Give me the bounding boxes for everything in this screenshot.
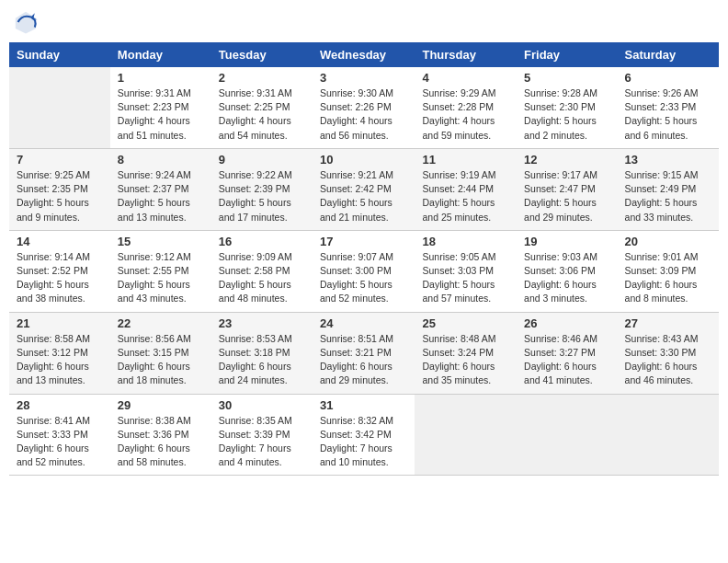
calendar-week-row: 21Sunrise: 8:58 AM Sunset: 3:12 PM Dayli… — [9, 312, 719, 394]
day-number: 2 — [219, 71, 305, 85]
calendar-cell — [618, 394, 719, 476]
calendar-cell: 30Sunrise: 8:35 AM Sunset: 3:39 PM Dayli… — [211, 394, 313, 476]
day-number: 1 — [118, 71, 204, 85]
day-number: 13 — [625, 153, 711, 167]
weekday-header-row: SundayMondayTuesdayWednesdayThursdayFrid… — [9, 42, 719, 67]
calendar-cell: 1Sunrise: 9:31 AM Sunset: 2:23 PM Daylig… — [110, 67, 211, 148]
day-info: Sunrise: 9:07 AM Sunset: 3:00 PM Dayligh… — [320, 250, 407, 306]
day-number: 23 — [219, 316, 305, 330]
day-number: 11 — [422, 153, 509, 167]
day-info: Sunrise: 9:25 AM Sunset: 2:35 PM Dayligh… — [17, 168, 103, 224]
day-info: Sunrise: 9:24 AM Sunset: 2:37 PM Dayligh… — [118, 168, 204, 224]
day-info: Sunrise: 9:17 AM Sunset: 2:47 PM Dayligh… — [524, 168, 609, 224]
calendar-cell: 20Sunrise: 9:01 AM Sunset: 3:09 PM Dayli… — [618, 230, 719, 312]
calendar-week-row: 14Sunrise: 9:14 AM Sunset: 2:52 PM Dayli… — [9, 230, 719, 312]
day-number: 20 — [625, 235, 711, 248]
day-info: Sunrise: 9:19 AM Sunset: 2:44 PM Dayligh… — [422, 168, 509, 224]
day-number: 29 — [118, 398, 204, 412]
day-number: 3 — [320, 71, 407, 85]
day-number: 17 — [320, 235, 407, 248]
day-info: Sunrise: 9:30 AM Sunset: 2:26 PM Dayligh… — [320, 86, 407, 143]
calendar-cell: 24Sunrise: 8:51 AM Sunset: 3:21 PM Dayli… — [313, 312, 415, 394]
day-info: Sunrise: 8:51 AM Sunset: 3:21 PM Dayligh… — [320, 332, 407, 388]
day-number: 6 — [625, 71, 711, 85]
weekday-header: Wednesday — [313, 42, 415, 67]
day-number: 27 — [625, 316, 711, 330]
day-info: Sunrise: 8:48 AM Sunset: 3:24 PM Dayligh… — [422, 332, 509, 388]
calendar-cell: 8Sunrise: 9:24 AM Sunset: 2:37 PM Daylig… — [110, 148, 211, 230]
calendar-cell: 21Sunrise: 8:58 AM Sunset: 3:12 PM Dayli… — [9, 312, 110, 394]
calendar-cell — [517, 394, 617, 476]
day-info: Sunrise: 8:32 AM Sunset: 3:42 PM Dayligh… — [320, 414, 407, 470]
calendar-cell: 7Sunrise: 9:25 AM Sunset: 2:35 PM Daylig… — [9, 148, 110, 230]
weekday-header: Friday — [517, 42, 617, 67]
calendar-cell — [9, 67, 110, 148]
logo — [13, 9, 42, 35]
day-info: Sunrise: 9:31 AM Sunset: 2:25 PM Dayligh… — [219, 86, 305, 143]
day-number: 10 — [320, 153, 407, 167]
day-number: 14 — [17, 235, 103, 248]
calendar-week-row: 28Sunrise: 8:41 AM Sunset: 3:33 PM Dayli… — [9, 394, 719, 476]
calendar-cell: 3Sunrise: 9:30 AM Sunset: 2:26 PM Daylig… — [313, 67, 415, 148]
day-info: Sunrise: 8:38 AM Sunset: 3:36 PM Dayligh… — [118, 414, 204, 470]
calendar-cell: 18Sunrise: 9:05 AM Sunset: 3:03 PM Dayli… — [415, 230, 517, 312]
day-info: Sunrise: 8:53 AM Sunset: 3:18 PM Dayligh… — [219, 332, 305, 388]
day-number: 21 — [17, 316, 103, 330]
day-number: 19 — [524, 235, 609, 248]
calendar-cell: 10Sunrise: 9:21 AM Sunset: 2:42 PM Dayli… — [313, 148, 415, 230]
calendar-cell — [415, 394, 517, 476]
calendar-week-row: 7Sunrise: 9:25 AM Sunset: 2:35 PM Daylig… — [9, 148, 719, 230]
weekday-header: Tuesday — [211, 42, 313, 67]
calendar-cell: 11Sunrise: 9:19 AM Sunset: 2:44 PM Dayli… — [415, 148, 517, 230]
calendar-cell: 19Sunrise: 9:03 AM Sunset: 3:06 PM Dayli… — [517, 230, 617, 312]
weekday-header: Thursday — [415, 42, 517, 67]
day-number: 28 — [17, 398, 103, 412]
day-number: 9 — [219, 153, 305, 167]
calendar-cell: 23Sunrise: 8:53 AM Sunset: 3:18 PM Dayli… — [211, 312, 313, 394]
day-info: Sunrise: 9:21 AM Sunset: 2:42 PM Dayligh… — [320, 168, 407, 224]
weekday-header: Monday — [110, 42, 211, 67]
calendar-cell: 27Sunrise: 8:43 AM Sunset: 3:30 PM Dayli… — [618, 312, 719, 394]
calendar-cell: 31Sunrise: 8:32 AM Sunset: 3:42 PM Dayli… — [313, 394, 415, 476]
calendar-cell: 15Sunrise: 9:12 AM Sunset: 2:55 PM Dayli… — [110, 230, 211, 312]
day-number: 31 — [320, 398, 407, 412]
calendar-cell: 2Sunrise: 9:31 AM Sunset: 2:25 PM Daylig… — [211, 67, 313, 148]
calendar-cell: 22Sunrise: 8:56 AM Sunset: 3:15 PM Dayli… — [110, 312, 211, 394]
calendar-cell: 16Sunrise: 9:09 AM Sunset: 2:58 PM Dayli… — [211, 230, 313, 312]
weekday-header: Saturday — [618, 42, 719, 67]
day-info: Sunrise: 9:22 AM Sunset: 2:39 PM Dayligh… — [219, 168, 305, 224]
day-number: 30 — [219, 398, 305, 412]
calendar-cell: 29Sunrise: 8:38 AM Sunset: 3:36 PM Dayli… — [110, 394, 211, 476]
day-info: Sunrise: 9:01 AM Sunset: 3:09 PM Dayligh… — [625, 250, 711, 306]
calendar-cell: 5Sunrise: 9:28 AM Sunset: 2:30 PM Daylig… — [517, 67, 617, 148]
day-info: Sunrise: 8:58 AM Sunset: 3:12 PM Dayligh… — [17, 332, 103, 388]
day-info: Sunrise: 9:31 AM Sunset: 2:23 PM Dayligh… — [118, 86, 204, 143]
day-info: Sunrise: 9:05 AM Sunset: 3:03 PM Dayligh… — [422, 250, 509, 306]
day-info: Sunrise: 9:15 AM Sunset: 2:49 PM Dayligh… — [625, 168, 711, 224]
day-info: Sunrise: 8:43 AM Sunset: 3:30 PM Dayligh… — [625, 332, 711, 388]
calendar-cell: 14Sunrise: 9:14 AM Sunset: 2:52 PM Dayli… — [9, 230, 110, 312]
day-info: Sunrise: 9:29 AM Sunset: 2:28 PM Dayligh… — [422, 86, 509, 143]
calendar-cell: 4Sunrise: 9:29 AM Sunset: 2:28 PM Daylig… — [415, 67, 517, 148]
day-info: Sunrise: 8:46 AM Sunset: 3:27 PM Dayligh… — [524, 332, 609, 388]
day-number: 4 — [422, 71, 509, 85]
weekday-header: Sunday — [9, 42, 110, 67]
calendar-table: SundayMondayTuesdayWednesdayThursdayFrid… — [9, 42, 719, 476]
calendar-cell: 13Sunrise: 9:15 AM Sunset: 2:49 PM Dayli… — [618, 148, 719, 230]
day-number: 25 — [422, 316, 509, 330]
day-info: Sunrise: 9:28 AM Sunset: 2:30 PM Dayligh… — [524, 86, 609, 143]
day-number: 7 — [17, 153, 103, 167]
day-info: Sunrise: 8:41 AM Sunset: 3:33 PM Dayligh… — [17, 414, 103, 470]
calendar-cell: 17Sunrise: 9:07 AM Sunset: 3:00 PM Dayli… — [313, 230, 415, 312]
day-number: 12 — [524, 153, 609, 167]
calendar-cell: 6Sunrise: 9:26 AM Sunset: 2:33 PM Daylig… — [618, 67, 719, 148]
day-number: 8 — [118, 153, 204, 167]
day-info: Sunrise: 9:09 AM Sunset: 2:58 PM Dayligh… — [219, 250, 305, 306]
day-number: 22 — [118, 316, 204, 330]
calendar-cell: 26Sunrise: 8:46 AM Sunset: 3:27 PM Dayli… — [517, 312, 617, 394]
calendar-cell: 9Sunrise: 9:22 AM Sunset: 2:39 PM Daylig… — [211, 148, 313, 230]
day-info: Sunrise: 8:35 AM Sunset: 3:39 PM Dayligh… — [219, 414, 305, 470]
calendar-cell: 12Sunrise: 9:17 AM Sunset: 2:47 PM Dayli… — [517, 148, 617, 230]
day-number: 26 — [524, 316, 609, 330]
day-number: 5 — [524, 71, 609, 85]
